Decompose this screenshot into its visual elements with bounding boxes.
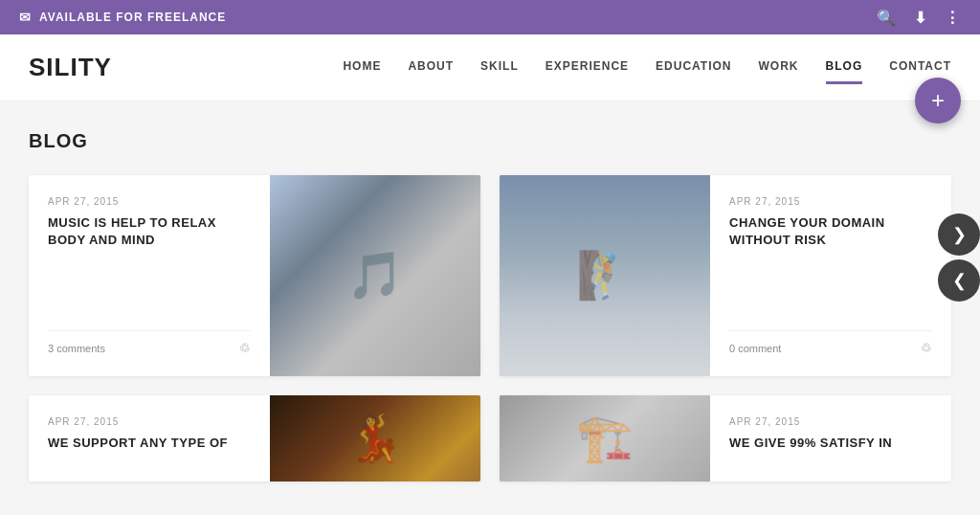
blog-card-3[interactable]: APR 27, 2015 WE SUPPORT ANY TYPE OF xyxy=(29,395,480,481)
blog-card-1-image xyxy=(270,175,480,376)
blog-card-3-date: APR 27, 2015 xyxy=(48,416,251,427)
nav-skill[interactable]: SKILL xyxy=(480,59,519,77)
search-icon[interactable]: 🔍 xyxy=(877,9,897,27)
blog-card-1-title: MUSIC IS HELP TO RELAX BODY AND MIND xyxy=(48,214,251,249)
top-bar: ✉ AVAILABLE FOR FREELANCE 🔍 ⬇ ⋮ xyxy=(0,0,980,34)
concrete-image xyxy=(500,395,710,481)
nav-work[interactable]: WORK xyxy=(759,59,799,77)
blog-card-2-image xyxy=(500,175,710,376)
blog-card-3-image xyxy=(270,395,480,481)
climber-image xyxy=(500,175,710,376)
blog-card-3-title: WE SUPPORT ANY TYPE OF xyxy=(48,435,251,452)
logo[interactable]: SILITY xyxy=(29,53,112,82)
nav-contact[interactable]: CONTACT xyxy=(889,59,951,77)
blog-card-2-title: CHANGE YOUR DOMAIN WITHOUT RISK xyxy=(729,214,932,249)
blog-card-4-title: WE GIVE 99% SATISFY IN xyxy=(729,435,932,452)
prev-arrow-button[interactable]: ❮ xyxy=(938,259,980,302)
blog-card-2-comments: 0 comment xyxy=(729,343,781,354)
nav-experience[interactable]: EXPERIENCE xyxy=(546,59,629,77)
fab-button[interactable]: + xyxy=(915,78,961,123)
nav-arrows: ❯ ❮ xyxy=(938,213,980,302)
share-icon-2[interactable]: ♲ xyxy=(921,341,932,355)
blog-grid: APR 27, 2015 MUSIC IS HELP TO RELAX BODY… xyxy=(29,175,951,481)
top-bar-right: 🔍 ⬇ ⋮ xyxy=(877,9,961,27)
download-icon[interactable]: ⬇ xyxy=(914,9,927,27)
blog-card-1[interactable]: APR 27, 2015 MUSIC IS HELP TO RELAX BODY… xyxy=(29,175,480,376)
blog-card-1-text: APR 27, 2015 MUSIC IS HELP TO RELAX BODY… xyxy=(29,175,270,376)
blog-card-2-date: APR 27, 2015 xyxy=(729,196,932,207)
share-icon-1[interactable]: ♲ xyxy=(239,341,251,355)
hair-image xyxy=(270,395,480,481)
blog-card-4-text: APR 27, 2015 WE GIVE 99% SATISFY IN xyxy=(710,395,951,481)
blog-card-1-comments: 3 comments xyxy=(48,343,105,354)
main-content: BLOG APR 27, 2015 MUSIC IS HELP TO RELAX… xyxy=(0,101,980,501)
available-label: AVAILABLE FOR FREELANCE xyxy=(39,11,226,24)
nav-about[interactable]: ABOUT xyxy=(408,59,454,77)
envelope-icon: ✉ xyxy=(19,10,32,25)
next-arrow-button[interactable]: ❯ xyxy=(938,213,980,256)
header: SILITY HOME ABOUT SKILL EXPERIENCE EDUCA… xyxy=(0,34,980,101)
dancer-image xyxy=(270,175,480,376)
more-icon[interactable]: ⋮ xyxy=(945,9,961,27)
blog-card-1-date: APR 27, 2015 xyxy=(48,196,251,207)
blog-card-4-date: APR 27, 2015 xyxy=(729,416,932,427)
blog-card-4[interactable]: APR 27, 2015 WE GIVE 99% SATISFY IN xyxy=(500,395,951,481)
page-title: BLOG xyxy=(29,130,951,152)
blog-card-2-meta: 0 comment ♲ xyxy=(729,330,932,355)
nav-home[interactable]: HOME xyxy=(343,59,381,77)
blog-card-1-meta: 3 comments ♲ xyxy=(48,330,251,355)
top-bar-left: ✉ AVAILABLE FOR FREELANCE xyxy=(19,10,226,25)
main-nav: HOME ABOUT SKILL EXPERIENCE EDUCATION WO… xyxy=(343,59,951,77)
nav-education[interactable]: EDUCATION xyxy=(656,59,731,77)
blog-card-3-text: APR 27, 2015 WE SUPPORT ANY TYPE OF xyxy=(29,395,270,481)
nav-blog[interactable]: BLOG xyxy=(826,59,863,77)
blog-card-4-image xyxy=(500,395,710,481)
blog-card-2[interactable]: APR 27, 2015 CHANGE YOUR DOMAIN WITHOUT … xyxy=(500,175,951,376)
blog-card-2-text: APR 27, 2015 CHANGE YOUR DOMAIN WITHOUT … xyxy=(710,175,951,376)
